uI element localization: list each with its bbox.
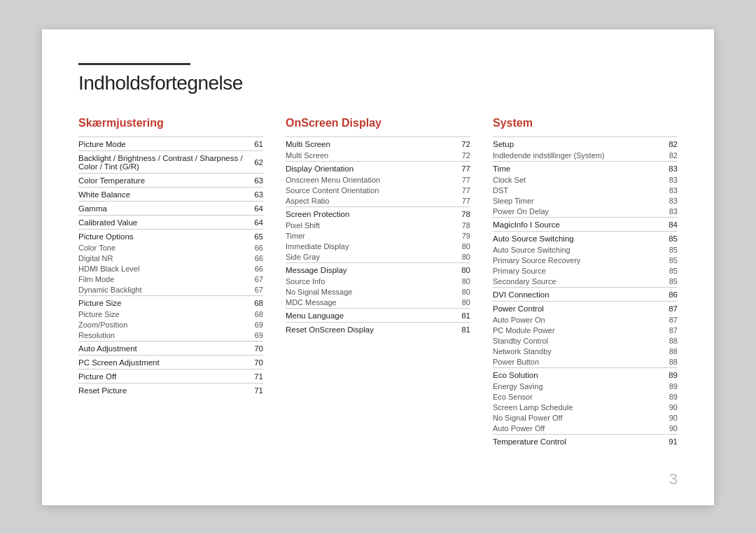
row-page: 90: [664, 423, 678, 435]
row-page: 62: [254, 150, 263, 173]
row-page: 88: [664, 357, 678, 368]
table-row: Energy Saving89: [493, 381, 678, 392]
table-row: Timer79: [286, 231, 470, 241]
table-row: Indledende indstillinger (System)82: [493, 150, 678, 162]
row-page: 89: [664, 381, 678, 392]
row-page: 70: [254, 341, 263, 355]
table-row: Picture Size68: [78, 309, 263, 320]
row-page: 77: [454, 185, 470, 196]
row-label: Color Tone: [78, 243, 254, 253]
row-page: 78: [454, 220, 470, 231]
row-page: 66: [254, 264, 263, 274]
table-row: Primary Source85: [493, 266, 678, 276]
table-row: White Balance63: [78, 187, 263, 201]
row-label: Multi Screen: [286, 150, 454, 162]
row-page: 70: [254, 355, 263, 369]
row-page: 77: [454, 196, 470, 207]
table-row: Screen Protection78: [286, 206, 470, 220]
row-label: No Signal Power Off: [493, 413, 664, 423]
table-row: Picture Mode61: [78, 136, 263, 150]
row-page: 72: [454, 150, 470, 162]
row-label: Source Content Orientation: [286, 185, 454, 196]
row-label: Energy Saving: [493, 381, 664, 392]
row-label: Secondary Source: [493, 276, 664, 288]
row-label: Network Standby: [493, 346, 664, 357]
row-label: PC Module Power: [493, 325, 664, 336]
row-page: 71: [254, 369, 263, 383]
row-page: 85: [664, 276, 678, 288]
table-row: No Signal Power Off90: [493, 413, 678, 423]
row-page: 86: [664, 287, 678, 301]
row-page: 84: [664, 217, 678, 231]
page-title-block: Indholdsfortegnelse: [78, 63, 678, 94]
row-page: 83: [664, 206, 678, 218]
row-page: 71: [254, 383, 263, 397]
row-label: Backlight / Brightness / Contrast / Shar…: [78, 150, 254, 173]
row-page: 79: [454, 231, 470, 241]
row-label: Auto Source Switching: [493, 231, 664, 245]
row-label: Picture Options: [78, 229, 254, 243]
row-page: 85: [664, 266, 678, 276]
row-label: Primary Source Recovery: [493, 255, 664, 266]
row-label: Side Gray: [286, 252, 454, 263]
row-label: Menu Language: [286, 308, 454, 322]
row-page: 80: [454, 252, 470, 263]
row-label: PC Screen Adjustment: [78, 355, 254, 369]
row-label: Source Info: [286, 276, 454, 287]
row-page: 88: [664, 336, 678, 346]
row-page: 61: [254, 136, 263, 150]
table-row: Aspect Ratio77: [286, 196, 470, 207]
table-row: HDMI Black Level66: [78, 264, 263, 274]
row-label: Display Orientation: [286, 161, 454, 175]
row-label: Power On Delay: [493, 206, 664, 218]
table-row: Picture Options65: [78, 229, 263, 243]
row-label: Pixel Shift: [286, 220, 454, 231]
row-page: 64: [254, 201, 263, 215]
table-row: Digital NR66: [78, 253, 263, 264]
row-label: Power Button: [493, 357, 664, 368]
row-page: 69: [254, 320, 263, 330]
toc-table-2: Setup82Indledende indstillinger (System)…: [493, 136, 678, 448]
row-label: Indledende indstillinger (System): [493, 150, 664, 162]
table-row: Temperature Control91: [493, 434, 678, 448]
row-page: 80: [454, 241, 470, 252]
page-title: Indholdsfortegnelse: [78, 72, 678, 94]
table-row: Picture Size68: [78, 295, 263, 309]
table-row: Screen Lamp Schedule90: [493, 402, 678, 413]
table-row: Menu Language81: [286, 308, 470, 322]
row-label: Sleep Timer: [493, 196, 664, 206]
row-label: Reset Picture: [78, 383, 254, 397]
row-label: Auto Power Off: [493, 423, 664, 435]
row-label: Resolution: [78, 330, 254, 342]
table-row: Dynamic Backlight67: [78, 285, 263, 296]
table-row: DST83: [493, 185, 678, 196]
row-page: 90: [664, 402, 678, 413]
row-page: 91: [664, 434, 678, 448]
table-row: Color Tone66: [78, 243, 263, 253]
row-page: 72: [454, 136, 470, 150]
row-label: White Balance: [78, 187, 254, 201]
row-label: Clock Set: [493, 175, 664, 185]
table-row: Auto Adjustment70: [78, 341, 263, 355]
row-label: Reset OnScreen Display: [286, 322, 454, 336]
row-label: MDC Message: [286, 297, 454, 309]
row-page: 83: [664, 185, 678, 196]
row-page: 64: [254, 215, 263, 229]
table-row: Sleep Timer83: [493, 196, 678, 206]
table-row: Message Display80: [286, 262, 470, 276]
row-page: 83: [664, 161, 678, 175]
row-label: Picture Size: [78, 309, 254, 320]
column-0: SkærmjusteringPicture Mode61Backlight / …: [78, 117, 286, 397]
table-row: PC Module Power87: [493, 325, 678, 336]
row-page: 88: [664, 346, 678, 357]
row-page: 83: [664, 196, 678, 206]
page-title-line: [78, 63, 190, 65]
row-page: 68: [254, 309, 263, 320]
row-page: 67: [254, 285, 263, 296]
section-title-1: OnScreen Display: [286, 117, 470, 129]
table-row: Multi Screen72: [286, 150, 470, 162]
row-page: 87: [664, 325, 678, 336]
row-page: 63: [254, 187, 263, 201]
row-label: Picture Size: [78, 295, 254, 309]
table-row: Color Temperature63: [78, 173, 263, 187]
